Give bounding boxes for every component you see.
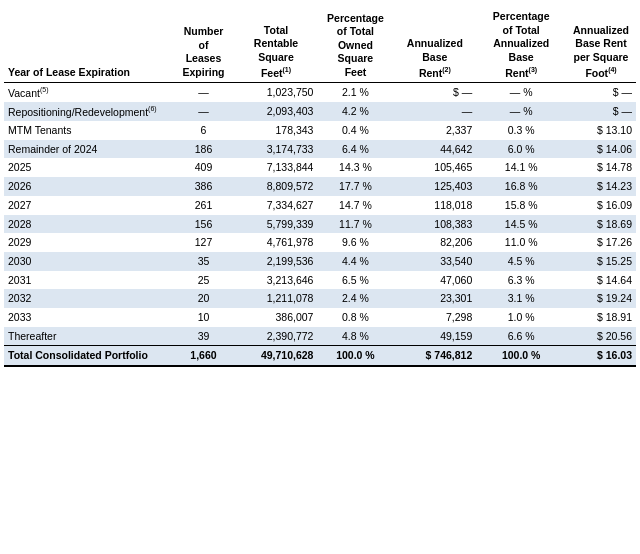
cell-ann-rent: 125,403 — [393, 177, 476, 196]
cell-rent-sqft: $ 14.06 — [566, 140, 636, 159]
cell-ann-rent: — — [393, 102, 476, 121]
cell-pct-total-rent: 11.0 % — [476, 233, 566, 252]
cell-num-leases: 20 — [172, 289, 234, 308]
table-row: 20254097,133,84414.3 %105,46514.1 %$ 14.… — [4, 158, 636, 177]
cell-pct-owned: 11.7 % — [317, 215, 393, 234]
header-num-leases: NumberofLeasesExpiring — [172, 8, 234, 82]
table-row: MTM Tenants6178,3430.4 %2,3370.3 %$ 13.1… — [4, 121, 636, 140]
cell-pct-owned: 6.5 % — [317, 271, 393, 290]
cell-rent-sqft: $ — — [566, 102, 636, 121]
lease-expiration-table: Year of Lease Expiration NumberofLeasesE… — [4, 8, 636, 367]
table-row: Remainder of 20241863,174,7336.4 %44,642… — [4, 140, 636, 159]
cell-year: Remainder of 2024 — [4, 140, 172, 159]
cell-rent-sqft: $ 19.24 — [566, 289, 636, 308]
cell-ann-rent: 23,301 — [393, 289, 476, 308]
cell-sqft: 2,199,536 — [235, 252, 318, 271]
cell-pct-total-rent: 6.0 % — [476, 140, 566, 159]
cell-year: 2027 — [4, 196, 172, 215]
cell-ann-rent: 82,206 — [393, 233, 476, 252]
cell-num-leases: 409 — [172, 158, 234, 177]
cell-rent-sqft: $ 14.23 — [566, 177, 636, 196]
cell-num-leases: 6 — [172, 121, 234, 140]
cell-pct-owned: 100.0 % — [317, 346, 393, 366]
cell-year: 2025 — [4, 158, 172, 177]
cell-ann-rent: 118,018 — [393, 196, 476, 215]
cell-ann-rent: 105,465 — [393, 158, 476, 177]
cell-year: MTM Tenants — [4, 121, 172, 140]
cell-pct-owned: 14.3 % — [317, 158, 393, 177]
table-row: 2031253,213,6466.5 %47,0606.3 %$ 14.64 — [4, 271, 636, 290]
cell-pct-total-rent: 4.5 % — [476, 252, 566, 271]
cell-ann-rent: 33,540 — [393, 252, 476, 271]
cell-pct-total-rent: 3.1 % — [476, 289, 566, 308]
cell-rent-sqft: $ 13.10 — [566, 121, 636, 140]
cell-num-leases: 261 — [172, 196, 234, 215]
cell-year: 2029 — [4, 233, 172, 252]
cell-ann-rent: $ 746,812 — [393, 346, 476, 366]
cell-year: Total Consolidated Portfolio — [4, 346, 172, 366]
cell-pct-owned: 2.1 % — [317, 82, 393, 102]
cell-pct-owned: 4.2 % — [317, 102, 393, 121]
cell-ann-rent: $ — — [393, 82, 476, 102]
cell-rent-sqft: $ 18.69 — [566, 215, 636, 234]
table-row: 20272617,334,62714.7 %118,01815.8 %$ 16.… — [4, 196, 636, 215]
table-row: Total Consolidated Portfolio1,66049,710,… — [4, 346, 636, 366]
header-ann-rent-sqft: AnnualizedBase Rentper SquareFoot(4) — [566, 8, 636, 82]
cell-num-leases: — — [172, 102, 234, 121]
cell-ann-rent: 2,337 — [393, 121, 476, 140]
cell-rent-sqft: $ 17.26 — [566, 233, 636, 252]
table-row: 2032201,211,0782.4 %23,3013.1 %$ 19.24 — [4, 289, 636, 308]
cell-sqft: 7,133,844 — [235, 158, 318, 177]
cell-num-leases: 39 — [172, 327, 234, 346]
cell-sqft: 3,213,646 — [235, 271, 318, 290]
cell-ann-rent: 7,298 — [393, 308, 476, 327]
cell-rent-sqft: $ 20.56 — [566, 327, 636, 346]
cell-pct-owned: 17.7 % — [317, 177, 393, 196]
table-row: 20281565,799,33911.7 %108,38314.5 %$ 18.… — [4, 215, 636, 234]
cell-pct-owned: 4.8 % — [317, 327, 393, 346]
cell-sqft: 1,211,078 — [235, 289, 318, 308]
cell-num-leases: — — [172, 82, 234, 102]
cell-sqft: 1,023,750 — [235, 82, 318, 102]
cell-pct-total-rent: 16.8 % — [476, 177, 566, 196]
cell-num-leases: 186 — [172, 140, 234, 159]
header-year: Year of Lease Expiration — [4, 8, 172, 82]
cell-sqft: 49,710,628 — [235, 346, 318, 366]
cell-sqft: 7,334,627 — [235, 196, 318, 215]
cell-ann-rent: 49,159 — [393, 327, 476, 346]
header-ann-base-rent: AnnualizedBaseRent(2) — [393, 8, 476, 82]
header-total-sqft: TotalRentableSquareFeet(1) — [235, 8, 318, 82]
cell-rent-sqft: $ 16.03 — [566, 346, 636, 366]
cell-year: Repositioning/Redevelopment(6) — [4, 102, 172, 121]
cell-num-leases: 156 — [172, 215, 234, 234]
cell-rent-sqft: $ 16.09 — [566, 196, 636, 215]
table-row: Thereafter392,390,7724.8 %49,1596.6 %$ 2… — [4, 327, 636, 346]
cell-year: 2031 — [4, 271, 172, 290]
cell-sqft: 8,809,572 — [235, 177, 318, 196]
cell-pct-owned: 14.7 % — [317, 196, 393, 215]
cell-pct-owned: 2.4 % — [317, 289, 393, 308]
table-row: 20263868,809,57217.7 %125,40316.8 %$ 14.… — [4, 177, 636, 196]
header-pct-owned: Percentageof TotalOwnedSquareFeet — [317, 8, 393, 82]
cell-rent-sqft: $ 14.78 — [566, 158, 636, 177]
cell-year: 2028 — [4, 215, 172, 234]
cell-pct-total-rent: 100.0 % — [476, 346, 566, 366]
cell-pct-total-rent: 14.5 % — [476, 215, 566, 234]
cell-num-leases: 10 — [172, 308, 234, 327]
cell-pct-owned: 9.6 % — [317, 233, 393, 252]
cell-pct-owned: 0.4 % — [317, 121, 393, 140]
cell-rent-sqft: $ 18.91 — [566, 308, 636, 327]
cell-pct-total-rent: — % — [476, 102, 566, 121]
cell-ann-rent: 47,060 — [393, 271, 476, 290]
cell-sqft: 3,174,733 — [235, 140, 318, 159]
cell-pct-total-rent: 6.6 % — [476, 327, 566, 346]
cell-sqft: 386,007 — [235, 308, 318, 327]
cell-sqft: 2,390,772 — [235, 327, 318, 346]
cell-pct-owned: 0.8 % — [317, 308, 393, 327]
cell-year: 2026 — [4, 177, 172, 196]
header-pct-total-rent: Percentageof TotalAnnualizedBaseRent(3) — [476, 8, 566, 82]
cell-num-leases: 25 — [172, 271, 234, 290]
cell-ann-rent: 44,642 — [393, 140, 476, 159]
cell-pct-total-rent: 15.8 % — [476, 196, 566, 215]
cell-pct-owned: 4.4 % — [317, 252, 393, 271]
